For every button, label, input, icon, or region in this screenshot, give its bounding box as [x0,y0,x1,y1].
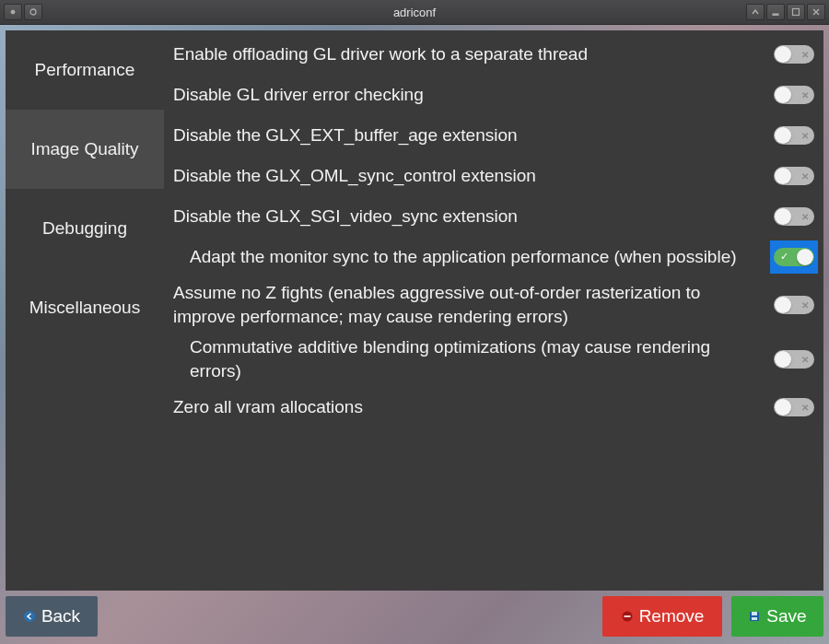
toggle-container: ✕ [770,159,818,193]
toggle-container: ✕ [770,38,818,71]
maximize-icon [791,7,800,17]
sidebar-item-performance[interactable]: Performance [6,30,164,110]
toggle-knob [775,87,791,103]
chevron-up-icon [751,7,760,17]
option-row: Zero all vram allocations✕ [164,387,823,427]
svg-point-4 [24,611,35,622]
svg-point-1 [30,9,36,15]
x-icon: ✕ [801,171,809,181]
toggle-knob [775,127,791,144]
option-toggle[interactable]: ✕ [774,45,814,64]
toggle-knob [775,297,791,313]
sidebar-item-label: Debugging [42,218,127,239]
x-icon: ✕ [801,90,809,100]
x-icon: ✕ [801,402,809,412]
toggle-container: ✕ [770,200,818,233]
option-row: Commutative additive blending optimizati… [164,332,823,386]
toggle-container: ✕ [770,343,818,376]
remove-button[interactable]: Remove [602,596,722,637]
window-minimize-button[interactable] [766,4,785,20]
option-toggle[interactable]: ✕ [774,398,814,416]
option-label: Zero all vram allocations [173,395,770,419]
back-button-label: Back [41,606,80,626]
check-icon: ✓ [780,251,788,263]
sidebar-item-miscellaneous[interactable]: Miscellaneous [6,268,164,347]
minus-disc-icon [621,610,634,623]
toggle-container: ✓ [770,240,818,274]
toggle-knob [775,399,791,416]
category-sidebar: Performance Image Quality Debugging Misc… [6,30,164,591]
back-arrow-icon [23,610,36,623]
window-menu-button[interactable] [4,4,22,20]
option-label: Disable the GLX_SGI_video_sync extension [173,205,770,228]
svg-rect-9 [752,617,757,620]
option-toggle[interactable]: ✕ [774,126,814,145]
option-toggle[interactable]: ✕ [774,167,814,185]
option-label: Commutative additive blending optimizati… [190,335,770,382]
close-icon [811,7,821,17]
window-ontop-button[interactable] [746,4,765,20]
option-row: Disable the GLX_OML_sync_control extensi… [164,156,823,196]
circle-icon [29,7,38,17]
option-row: Disable the GLX_SGI_video_sync extension… [164,196,823,237]
option-toggle[interactable]: ✓ [774,248,814,266]
toggle-container: ✕ [770,391,818,424]
x-icon: ✕ [801,131,809,141]
toggle-knob [775,168,791,184]
window-pin-button[interactable] [24,4,42,20]
sidebar-item-debugging[interactable]: Debugging [6,189,164,268]
option-toggle[interactable]: ✕ [774,207,814,226]
x-icon: ✕ [801,299,809,310]
sidebar-item-label: Performance [35,60,135,80]
toggle-knob [775,46,791,63]
option-label: Assume no Z fights (enables aggressive o… [173,281,770,328]
option-label: Disable the GLX_OML_sync_control extensi… [173,164,770,188]
toggle-container: ✕ [770,119,818,152]
sidebar-item-label: Image Quality [30,139,138,159]
option-row: Assume no Z fights (enables aggressive o… [164,277,823,332]
back-button[interactable]: Back [6,596,98,637]
toggle-knob [775,208,791,225]
x-icon: ✕ [801,354,809,364]
save-button[interactable]: Save [731,596,823,637]
svg-rect-8 [752,612,757,615]
option-toggle[interactable]: ✕ [774,296,814,314]
option-toggle[interactable]: ✕ [774,86,814,104]
sidebar-item-label: Miscellaneous [29,298,140,318]
options-panel: Enable offloading GL driver work to a se… [164,30,823,591]
option-label: Adapt the monitor sync to the applicatio… [190,245,770,269]
sidebar-item-image-quality[interactable]: Image Quality [6,110,164,189]
option-row: Adapt the monitor sync to the applicatio… [164,237,823,277]
svg-point-0 [11,10,15,14]
window-maximize-button[interactable] [787,4,805,20]
window-body: Performance Image Quality Debugging Misc… [0,25,829,644]
option-label: Enable offloading GL driver work to a se… [173,42,770,66]
option-label: Disable GL driver error checking [173,83,770,107]
option-label: Disable the GLX_EXT_buffer_age extension [173,123,770,147]
option-row: Disable the GLX_EXT_buffer_age extension… [164,115,823,156]
option-toggle[interactable]: ✕ [774,350,814,369]
main-content: Performance Image Quality Debugging Misc… [6,30,823,591]
floppy-icon [748,610,761,623]
toggle-knob [775,351,791,368]
toggle-container: ✕ [770,288,818,322]
option-row: Enable offloading GL driver work to a se… [164,34,823,75]
menu-dot-icon [8,7,18,17]
footer-bar: Back Remove Save [6,596,823,637]
option-row: Disable GL driver error checking✕ [164,75,823,115]
window-close-button[interactable] [807,4,825,20]
svg-rect-2 [773,14,778,16]
window-title: adriconf [0,6,829,19]
x-icon: ✕ [801,212,809,222]
toggle-container: ✕ [770,78,818,111]
svg-rect-6 [624,615,630,617]
save-button-label: Save [766,606,806,626]
remove-button-label: Remove [639,606,705,626]
x-icon: ✕ [801,50,809,60]
toggle-knob [797,249,813,265]
window-titlebar: adriconf [0,0,829,25]
minimize-icon [771,7,780,17]
svg-rect-3 [793,9,800,16]
